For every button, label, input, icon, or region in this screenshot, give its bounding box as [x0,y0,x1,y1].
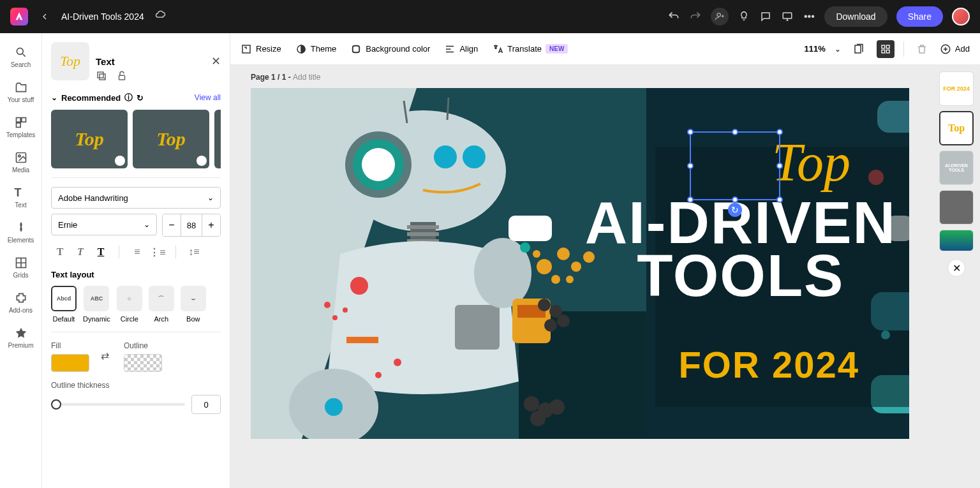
chevron-down-icon[interactable]: ⌄ [51,93,57,102]
invite-icon[interactable] [711,8,729,26]
rail-premium[interactable]: Premium [0,320,41,355]
rail-elements[interactable]: Elements [0,215,41,250]
refresh-icon[interactable]: ↻ [137,93,144,103]
thumb-4[interactable] [939,190,974,225]
svg-rect-3 [16,118,20,122]
layout-circle[interactable]: ○Circle [117,286,142,323]
layout-default[interactable]: AbcdDefault [51,286,77,323]
svg-rect-5 [16,123,20,128]
recommended-label: Recommended [61,93,121,103]
canvas-text-year[interactable]: FOR 2024 [678,343,859,386]
more-icon[interactable]: ••• [803,10,815,23]
panel-close-icon[interactable]: ✕ [211,54,221,68]
rail-media[interactable]: Media [0,145,41,180]
svg-rect-14 [353,45,360,52]
rail-grids[interactable]: Grids [0,250,41,285]
outline-thickness-slider[interactable] [51,403,185,406]
thumb-5[interactable] [939,230,974,251]
rec-item[interactable]: Top [51,110,128,168]
rec-item[interactable]: T [214,110,221,168]
outline-thickness-input[interactable] [191,395,221,414]
download-button[interactable]: Download [824,6,887,27]
rail-templates[interactable]: Templates [0,110,41,145]
rotate-handle-icon[interactable]: ↻ [728,203,742,217]
outline-thickness-label: Outline thickness [51,381,221,390]
rail-search[interactable]: Search [0,40,41,75]
font-size-increase[interactable]: + [202,214,220,236]
user-avatar[interactable] [952,8,970,26]
share-button[interactable]: Share [896,6,943,27]
add-button[interactable]: Add [940,43,970,55]
grid-view-icon[interactable] [877,40,895,58]
svg-point-51 [557,248,570,260]
rail-text[interactable]: TText [0,180,41,215]
info-icon[interactable]: ⓘ [124,92,133,103]
rail-your-stuff-label: Your stuff [8,96,34,103]
layout-bow[interactable]: ⌣Bow [181,286,206,323]
svg-point-39 [343,307,348,313]
comment-icon[interactable] [759,10,772,23]
font-style-select[interactable]: Ernie⌄ [51,214,157,235]
rail-media-label: Media [12,166,29,174]
rail-your-stuff[interactable]: Your stuff [0,75,41,110]
lightbulb-icon[interactable] [738,10,750,23]
left-rail: Search Your stuff Templates Media TText … [0,33,42,488]
thumbnails-close-icon[interactable]: ✕ [947,259,965,277]
svg-point-48 [557,314,570,327]
delete-icon[interactable] [913,40,931,58]
lock-icon[interactable] [116,70,128,84]
list-icon[interactable]: ⋮≡ [149,243,167,261]
duplicate-icon[interactable] [96,70,107,84]
align-button[interactable]: Align [444,43,478,55]
font-size-stepper[interactable]: − + [162,214,221,237]
font-size-decrease[interactable]: − [163,214,181,236]
translate-button[interactable]: TranslateNEW [492,43,568,55]
rail-addons[interactable]: Add-ons [0,285,41,320]
text-style-3-icon[interactable]: T [92,243,110,261]
canvas-text-top[interactable]: Top [772,131,850,193]
redo-icon[interactable] [689,10,702,23]
app-logo[interactable] [10,8,28,26]
new-badge: NEW [546,44,568,54]
zoom-level[interactable]: 111% [805,44,826,54]
thumb-2[interactable]: Top [939,111,974,145]
page-label[interactable]: Page 1 / 1 - Add title [251,73,320,82]
text-style-1-icon[interactable]: T [51,243,69,261]
outline-swatch[interactable] [124,354,162,372]
bg-color-button[interactable]: Background color [350,43,430,55]
selection-box[interactable]: ↻ [690,131,780,200]
layout-arch[interactable]: ⌒Arch [149,286,174,323]
undo-icon[interactable] [667,10,680,23]
swap-icon[interactable]: ⇄ [101,350,112,361]
layout-dynamic[interactable]: ABCDynamic [83,286,110,323]
fill-swatch[interactable] [51,354,89,372]
zoom-chevron-icon[interactable]: ⌄ [835,45,841,54]
cloud-sync-icon[interactable] [154,10,166,24]
thumb-1[interactable]: FOR 2024 [939,71,974,106]
pages-icon[interactable] [850,40,868,58]
outline-label: Outline [124,341,162,350]
present-icon[interactable] [781,10,794,23]
top-bar: AI-Driven Tools 2024 ••• Download Share [0,0,980,33]
line-height-icon[interactable]: ↕≡ [185,243,203,261]
fill-label: Fill [51,341,89,350]
theme-button[interactable]: Theme [295,43,336,55]
align-icon[interactable]: ≡ [128,243,146,261]
text-style-2-icon[interactable]: T [71,243,89,261]
svg-rect-9 [98,72,103,78]
svg-point-41 [375,372,382,378]
recommended-header: ⌄ Recommended ⓘ ↻ View all [51,92,221,103]
project-title[interactable]: AI-Driven Tools 2024 [61,11,144,22]
svg-point-29 [434,145,457,168]
view-all-link[interactable]: View all [195,93,221,102]
rec-item[interactable]: Top [133,110,209,168]
artboard[interactable]: Top AI-DRIVENTOOLS FOR 2024 ↻ [251,88,909,439]
resize-button[interactable]: Resize [241,43,281,55]
svg-rect-33 [407,232,439,236]
svg-rect-42 [346,337,378,343]
font-family-select[interactable]: Adobe Handwriting⌄ [51,187,221,209]
font-size-input[interactable] [181,214,202,236]
back-button[interactable] [36,8,54,26]
thumb-3[interactable]: AI-DRIVEN TOOLS [939,151,974,185]
svg-rect-1 [783,13,792,18]
